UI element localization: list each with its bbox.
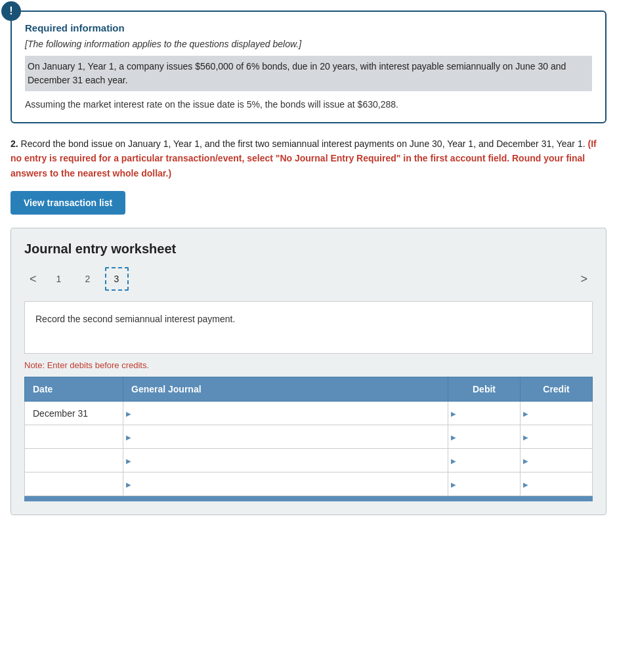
- row-3-credit-input[interactable]: [521, 449, 592, 472]
- col-header-journal: General Journal: [123, 377, 448, 402]
- info-box: ! Required information [The following in…: [11, 10, 606, 123]
- row-1-credit-cell[interactable]: [521, 402, 593, 425]
- row-2-credit-cell[interactable]: [521, 425, 593, 449]
- row-1-date: December 31: [25, 402, 123, 425]
- tab-right-arrow[interactable]: >: [575, 270, 593, 289]
- instruction-text: Record the second semiannual interest pa…: [35, 314, 235, 324]
- alert-icon: !: [1, 1, 21, 21]
- row-4-journal-cell[interactable]: [123, 472, 448, 496]
- journal-entry-worksheet: Journal entry worksheet < 1 2 3 > Record…: [11, 228, 606, 515]
- info-box-body-text: Assuming the market interest rate on the…: [25, 98, 592, 112]
- row-2-credit-input[interactable]: [521, 425, 592, 448]
- row-2-journal-cell[interactable]: [123, 425, 448, 449]
- tab-navigation: < 1 2 3 >: [24, 267, 593, 291]
- tab-2[interactable]: 2: [76, 267, 100, 291]
- row-1-journal-cell[interactable]: [123, 402, 448, 425]
- row-4-debit-cell[interactable]: [448, 472, 521, 496]
- row-3-journal-cell[interactable]: [123, 449, 448, 472]
- row-2-date: [25, 425, 123, 449]
- row-3-debit-input[interactable]: [448, 449, 520, 472]
- journal-table: Date General Journal Debit Credit Decemb…: [24, 377, 593, 496]
- row-1-credit-input[interactable]: [521, 402, 592, 425]
- col-header-debit: Debit: [448, 377, 521, 402]
- row-3-credit-cell[interactable]: [521, 449, 593, 472]
- table-row: December 31: [25, 402, 593, 425]
- col-header-credit: Credit: [521, 377, 593, 402]
- row-4-debit-input[interactable]: [448, 472, 520, 495]
- row-2-journal-input[interactable]: [123, 425, 448, 448]
- question-main-text: Record the bond issue on January 1, Year…: [21, 138, 585, 149]
- tab-1[interactable]: 1: [47, 267, 71, 291]
- table-bottom-strip: [24, 496, 593, 501]
- view-transaction-list-button[interactable]: View transaction list: [11, 191, 125, 215]
- row-1-debit-cell[interactable]: [448, 402, 521, 425]
- row-3-journal-input[interactable]: [123, 449, 448, 472]
- tab-3[interactable]: 3: [105, 267, 129, 291]
- instruction-box: Record the second semiannual interest pa…: [24, 301, 593, 354]
- question-number: 2.: [11, 138, 18, 149]
- row-2-debit-cell[interactable]: [448, 425, 521, 449]
- info-box-highlighted-text: On January 1, Year 1, a company issues $…: [25, 56, 592, 91]
- col-header-date: Date: [25, 377, 123, 402]
- row-4-credit-cell[interactable]: [521, 472, 593, 496]
- info-box-title: Required information: [25, 22, 592, 33]
- row-4-date: [25, 472, 123, 496]
- tab-left-arrow[interactable]: <: [24, 270, 42, 289]
- row-4-journal-input[interactable]: [123, 472, 448, 495]
- table-row: [25, 425, 593, 449]
- worksheet-title: Journal entry worksheet: [24, 242, 593, 257]
- row-1-journal-input[interactable]: [123, 402, 448, 425]
- row-3-date: [25, 449, 123, 472]
- row-3-debit-cell[interactable]: [448, 449, 521, 472]
- row-1-debit-input[interactable]: [448, 402, 520, 425]
- row-4-credit-input[interactable]: [521, 472, 592, 495]
- note-text: Note: Enter debits before credits.: [24, 360, 593, 370]
- table-row: [25, 449, 593, 472]
- table-row: [25, 472, 593, 496]
- question-block: 2. Record the bond issue on January 1, Y…: [11, 136, 606, 180]
- row-2-debit-input[interactable]: [448, 425, 520, 448]
- info-box-subtitle: [The following information applies to th…: [25, 39, 592, 49]
